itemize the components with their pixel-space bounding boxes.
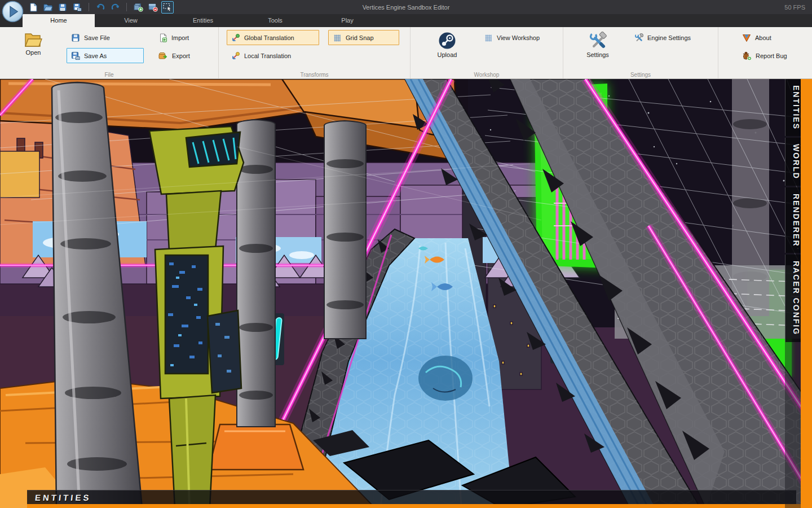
group-label-transforms: Transforms	[219, 72, 410, 78]
app-window: Vertices Engine Sandbox Editor 50 FPS Ho…	[0, 0, 812, 508]
open-file-button[interactable]	[42, 1, 54, 14]
grid-snap-toggle[interactable]: Grid Snap	[328, 30, 399, 45]
viewport-scene	[0, 79, 812, 508]
import-button[interactable]: Import	[154, 30, 198, 45]
save-file-icon	[71, 33, 80, 42]
tab-play[interactable]: Play	[311, 14, 383, 27]
save-as-label: Save As	[84, 52, 107, 59]
add-entity-button[interactable]	[132, 1, 144, 14]
engine-settings-button[interactable]: Engine Settings	[630, 30, 699, 45]
settings-label: Settings	[586, 51, 609, 58]
export-icon	[158, 51, 168, 60]
side-tab-world[interactable]: WORLD	[785, 138, 801, 186]
play-icon	[2, 1, 24, 23]
global-translation-toggle[interactable]: Global Translation	[227, 30, 319, 45]
toolbar-separator	[89, 3, 89, 11]
remove-frame-icon	[148, 2, 158, 12]
ribbon-group-transforms: Global Translation Local Translation	[219, 27, 411, 78]
toolbar-separator	[126, 3, 127, 11]
group-label-file: File	[0, 72, 218, 78]
upload-button[interactable]: Upload	[430, 30, 465, 58]
report-bug-label: Report Bug	[756, 52, 787, 59]
fps-counter: 50 FPS	[784, 4, 812, 11]
undo-button[interactable]	[94, 1, 107, 14]
ribbon-group-file: Open Save File	[0, 27, 219, 78]
new-file-button[interactable]	[27, 1, 39, 14]
redo-icon	[111, 3, 120, 12]
save-as-icon	[73, 3, 82, 12]
tab-home[interactable]: Home	[23, 14, 95, 27]
side-tab-entities[interactable]: ENTITIES	[785, 79, 801, 136]
selection-marquee-icon	[162, 2, 173, 12]
steam-icon	[438, 32, 456, 50]
engine-settings-label: Engine Settings	[647, 34, 691, 41]
import-icon	[158, 33, 167, 42]
grid-icon	[333, 33, 342, 42]
about-label: About	[755, 34, 771, 41]
save-button[interactable]	[56, 1, 69, 14]
local-translation-label: Local Translation	[244, 52, 291, 59]
save-as-icon	[71, 51, 80, 60]
ribbon-group-settings: Settings Engine Settings Settings	[563, 27, 718, 78]
accent-rail-bottom	[27, 504, 812, 508]
redo-button[interactable]	[109, 1, 121, 14]
window-title: Vertices Engine Sandbox Editor	[363, 4, 450, 11]
remove-frame-button[interactable]	[147, 1, 159, 14]
accent-rail-vertical	[801, 79, 812, 508]
ribbon-tabbar: Home View Entities Tools Play	[0, 14, 812, 27]
add-crate-icon	[133, 2, 143, 12]
tab-view[interactable]: View	[95, 14, 167, 27]
open-button[interactable]: Open	[16, 30, 51, 56]
open-folder-icon	[43, 3, 53, 12]
report-bug-button[interactable]: Report Bug	[738, 48, 796, 63]
local-translation-button[interactable]: Local Translation	[227, 48, 319, 63]
side-tab-strip: ENTITIES WORLD RENDERER RACER CONFIG	[785, 79, 801, 508]
export-button[interactable]: Export	[154, 48, 198, 63]
open-label: Open	[26, 49, 41, 56]
group-label-settings: Settings	[563, 72, 718, 78]
ribbon-group-about: About Report Bug	[718, 27, 812, 78]
new-file-icon	[29, 3, 38, 12]
save-as-button-ribbon[interactable]: Save As	[67, 48, 144, 63]
titlebar: Vertices Engine Sandbox Editor 50 FPS	[0, 0, 812, 14]
bug-icon	[742, 51, 752, 60]
tools-icon	[589, 32, 607, 50]
selection-tool-button[interactable]	[161, 1, 174, 14]
engine-settings-icon	[634, 33, 643, 42]
side-tab-racer-config[interactable]: RACER CONFIG	[785, 255, 801, 341]
translate-gizmo-icon	[231, 33, 240, 42]
play-button[interactable]	[2, 1, 24, 23]
save-as-button[interactable]	[71, 1, 83, 14]
entities-panel-header[interactable]: ENTITIES	[27, 490, 796, 504]
view-workshop-label: View Workshop	[497, 34, 540, 41]
right-tab-rail: ENTITIES WORLD RENDERER RACER CONFIG	[785, 79, 812, 508]
group-label-workshop: Workshop	[411, 72, 563, 78]
save-file-label: Save File	[84, 34, 110, 41]
viewport[interactable]: ENTITIES WORLD RENDERER RACER CONFIG ENT…	[0, 79, 812, 508]
view-workshop-button[interactable]: View Workshop	[479, 30, 548, 45]
global-translation-label: Global Translation	[244, 34, 294, 41]
workshop-grid-icon	[484, 33, 493, 42]
entities-panel-title: ENTITIES	[27, 493, 91, 502]
undo-icon	[96, 3, 105, 12]
ribbon-group-workshop: Upload View Workshop Workshop	[411, 27, 563, 78]
tab-tools[interactable]: Tools	[239, 14, 311, 27]
translate-gizmo-icon	[231, 51, 240, 60]
tab-entities[interactable]: Entities	[167, 14, 239, 27]
save-file-button[interactable]: Save File	[67, 30, 144, 45]
upload-label: Upload	[438, 51, 457, 58]
export-label: Export	[172, 52, 190, 59]
side-tab-renderer[interactable]: RENDERER	[785, 187, 801, 253]
grid-snap-label: Grid Snap	[346, 34, 374, 41]
open-folder-icon	[24, 32, 42, 47]
import-label: Import	[171, 34, 189, 41]
ribbon: Open Save File	[0, 27, 812, 79]
quick-access-toolbar	[26, 0, 175, 14]
about-button[interactable]: About	[738, 30, 796, 45]
vertices-logo-icon	[742, 33, 751, 42]
save-icon	[58, 3, 67, 12]
settings-button[interactable]: Settings	[580, 30, 615, 58]
